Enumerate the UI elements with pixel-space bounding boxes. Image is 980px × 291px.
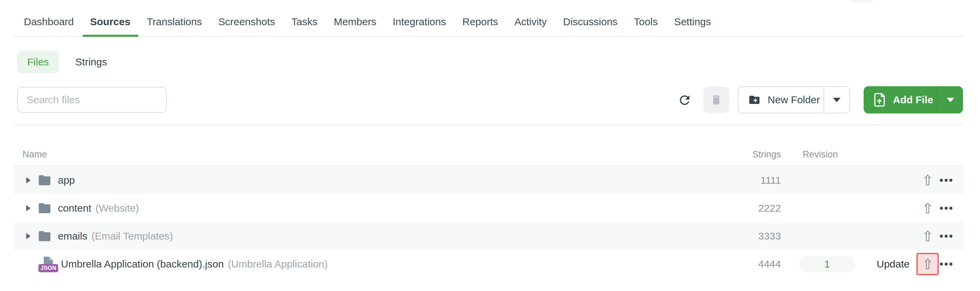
expand-caret-icon[interactable] [26,205,30,211]
delete-button[interactable] [703,86,729,113]
add-file-dropdown-button[interactable] [937,86,963,114]
row-menu-button[interactable] [940,231,953,241]
row-menu-button[interactable] [940,176,953,185]
nav-tools[interactable]: Tools [634,16,658,28]
nav-translations[interactable]: Translations [147,16,202,28]
nav-settings[interactable]: Settings [674,16,711,28]
folder-name[interactable]: emails [58,230,88,242]
revision-cell: 1 [792,256,862,272]
toolbar-divider [14,125,964,125]
upload-translations-button[interactable]: ⇧ [916,169,939,192]
source-view-tabs: Files Strings [17,51,107,73]
search-input[interactable] [17,87,167,113]
nav-activity[interactable]: Activity [514,16,547,28]
chevron-down-icon [947,98,954,102]
add-file-label: Add File [893,94,933,106]
new-folder-dropdown-button[interactable] [824,87,850,113]
folder-annotation: (Website) [95,202,139,214]
new-folder-button[interactable]: New Folder [738,87,824,113]
tab-strings[interactable]: Strings [75,51,107,73]
refresh-icon [678,93,692,107]
table-row-content[interactable]: content (Website) 2222 ⇧ [14,194,964,222]
revision-badge[interactable]: 1 [799,256,855,272]
strings-count: 4444 [758,258,781,270]
nav-integrations[interactable]: Integrations [393,16,446,28]
json-file-icon: JSON [38,257,54,272]
folder-name[interactable]: content [58,202,91,214]
row-menu-button[interactable] [940,203,953,213]
strings-count: 2222 [758,202,781,214]
column-header-revision: Revision [778,149,862,160]
upload-translations-button[interactable]: ⇧ [916,197,939,219]
upload-translations-button[interactable]: ⇧ [916,225,939,247]
project-sources-page: Dashboard Sources Translations Screensho… [0,0,980,291]
nav-members[interactable]: Members [334,16,376,28]
files-table: Name Strings Revision app 1111 ⇧ content… [14,143,964,278]
new-folder-split-button: New Folder [738,86,850,114]
folder-annotation: (Email Templates) [92,230,173,242]
table-header: Name Strings Revision [14,143,964,166]
nav-screenshots[interactable]: Screenshots [218,16,275,28]
upload-translations-button-highlighted[interactable]: ⇧ [916,253,939,275]
strings-count: 3333 [758,230,781,242]
table-row-app[interactable]: app 1111 ⇧ [14,166,964,194]
nav-discussions[interactable]: Discussions [563,16,617,28]
file-upload-icon [873,92,887,107]
column-header-name: Name [22,149,47,160]
project-nav: Dashboard Sources Translations Screensho… [14,0,964,37]
table-row-emails[interactable]: emails (Email Templates) 3333 ⇧ [14,222,964,250]
file-name[interactable]: Umbrella Application (backend).json [61,258,224,270]
file-annotation: (Umbrella Application) [228,258,328,270]
folder-icon [37,202,52,214]
folder-icon [37,174,52,186]
expand-caret-icon[interactable] [26,233,30,239]
nav-sources[interactable]: Sources [90,16,130,28]
column-header-strings: Strings [752,149,781,160]
table-row-umbrella-json[interactable]: JSON Umbrella Application (backend).json… [14,250,964,278]
new-folder-label: New Folder [768,94,820,106]
refresh-button[interactable] [678,93,692,107]
files-toolbar: New Folder Add File [17,86,964,114]
nav-tasks[interactable]: Tasks [291,16,318,28]
nav-reports[interactable]: Reports [463,16,498,28]
update-link[interactable]: Update [877,258,910,270]
row-menu-button[interactable] [940,259,953,269]
tab-files[interactable]: Files [17,51,59,73]
nav-dashboard[interactable]: Dashboard [24,16,74,28]
strings-count: 1111 [760,174,781,186]
add-file-button[interactable]: Add File [864,86,937,114]
chevron-down-icon [833,98,840,102]
folder-name[interactable]: app [58,174,75,186]
folder-plus-icon [747,94,762,106]
add-file-split-button: Add File [864,86,963,114]
folder-icon [37,230,52,242]
expand-caret-icon[interactable] [26,177,30,183]
trash-icon [710,94,722,106]
json-badge: JSON [38,264,58,272]
